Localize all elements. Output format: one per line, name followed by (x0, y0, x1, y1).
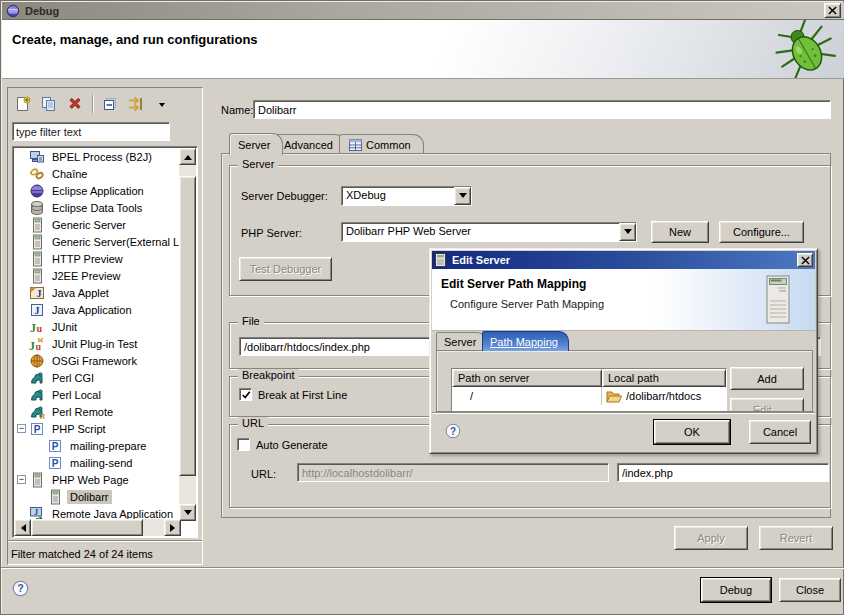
tree-item-label: PHP Web Page (49, 473, 132, 487)
arrow-right-icon (170, 524, 179, 532)
tree-item-php-web-page[interactable]: −PHP Web Page (14, 471, 181, 488)
revert-button[interactable]: Revert (759, 526, 833, 550)
tab-server[interactable]: Server (229, 133, 283, 155)
filter-button[interactable] (125, 93, 147, 115)
dialog-titlebar[interactable]: Edit Server (432, 251, 815, 269)
duplicate-button[interactable] (38, 93, 60, 115)
dialog-heading: Edit Server Path Mapping (441, 277, 586, 291)
menu-dropdown-button[interactable] (151, 93, 173, 115)
tree-item-perl-local[interactable]: Perl Local (14, 386, 181, 403)
column-header-local-path[interactable]: Local path (602, 369, 726, 387)
filter-icon (128, 96, 144, 112)
php-server-combo[interactable]: Dolibarr PHP Web Server (341, 222, 637, 242)
horizontal-scroll-thumb[interactable] (31, 519, 143, 536)
tree-item-bpel-process-b2j[interactable]: BPEL Process (B2J) (14, 148, 181, 165)
eclipse-application-icon (29, 183, 45, 199)
server-icon (29, 234, 45, 250)
tree-item-mailing-prepare[interactable]: Pmailing-prepare (14, 437, 181, 454)
help-button[interactable]: ? (11, 580, 29, 598)
dialog-subheading: Configure Server Path Mapping (450, 298, 604, 310)
tree-item-junit-plug-in-test[interactable]: JuJUnit Plug-in Test (14, 335, 181, 352)
junit-icon: Ju (29, 319, 45, 335)
tab-common[interactable]: Common (339, 134, 424, 154)
tree-item-label: Perl CGI (49, 371, 97, 385)
tree-item-generic-server[interactable]: Generic Server (14, 216, 181, 233)
tree-item-java-application[interactable]: JJava Application (14, 301, 181, 318)
window-close-button[interactable] (824, 3, 841, 18)
scroll-left-button[interactable] (14, 519, 31, 536)
tree-item-label: Dolibarr (67, 490, 112, 504)
tree-item-http-preview[interactable]: HTTP Preview (14, 250, 181, 267)
vertical-scroll-thumb[interactable] (179, 176, 196, 476)
dialog-tab-server[interactable]: Server (436, 332, 487, 351)
combo-dropdown-button[interactable] (454, 187, 471, 205)
dialog-close-button[interactable] (797, 253, 813, 267)
svg-text:u: u (37, 322, 43, 333)
php-icon: P (47, 455, 63, 471)
dialog-tab-path-mapping[interactable]: Path Mapping (482, 331, 569, 351)
url-path-input[interactable] (617, 463, 829, 482)
combo-dropdown-button[interactable] (619, 223, 636, 241)
break-first-line-checkbox[interactable] (239, 388, 252, 401)
apply-button[interactable]: Apply (674, 526, 748, 550)
ok-button[interactable]: OK (654, 420, 730, 444)
auto-generate-checkbox[interactable] (237, 438, 250, 451)
close-icon (828, 6, 837, 15)
test-debugger-button[interactable]: Test Debugger (239, 257, 332, 281)
new-configuration-button[interactable] (12, 93, 34, 115)
tree-item-perl-cgi[interactable]: Perl CGI (14, 369, 181, 386)
tree-item-junit[interactable]: JuJUnit (14, 318, 181, 335)
delete-button[interactable] (64, 93, 86, 115)
tree-item-php-script[interactable]: −PPHP Script (14, 420, 181, 437)
php-icon: P (29, 421, 45, 437)
tree-item-java-applet[interactable]: JJava Applet (14, 284, 181, 301)
cancel-button[interactable]: Cancel (749, 420, 811, 444)
column-header-path-on-server[interactable]: Path on server (452, 369, 602, 387)
tree-item-mailing-send[interactable]: Pmailing-send (14, 454, 181, 471)
window-titlebar[interactable]: Debug (2, 2, 844, 20)
dialog-help-button[interactable]: ? (444, 423, 462, 441)
filter-input[interactable] (12, 122, 170, 141)
edit-mapping-button[interactable]: Edit... (730, 398, 804, 412)
tree-item-eclipse-application[interactable]: Eclipse Application (14, 182, 181, 199)
debug-button[interactable]: Debug (701, 578, 771, 602)
scroll-down-button[interactable] (179, 504, 196, 521)
tree-item-osgi-framework[interactable]: OSGi Framework (14, 352, 181, 369)
svg-text:J: J (37, 288, 42, 299)
tree-item-label: J2EE Preview (49, 269, 123, 283)
tree-item-j2ee-preview[interactable]: J2EE Preview (14, 267, 181, 284)
duplicate-icon (41, 96, 57, 112)
new-server-button[interactable]: New (651, 221, 709, 243)
chevron-down-icon (459, 193, 467, 202)
collapse-all-button[interactable] (99, 93, 121, 115)
tree-vertical-scrollbar[interactable] (179, 148, 196, 521)
tree-item-cha-ne[interactable]: Chaîne (14, 165, 181, 182)
banner-heading: Create, manage, and run configurations (12, 32, 258, 47)
tree-item-eclipse-data-tools[interactable]: Eclipse Data Tools (14, 199, 181, 216)
break-first-line-row: Break at First Line (239, 388, 347, 401)
tree-item-label: Generic Server (49, 218, 129, 232)
tree-item-dolibarr[interactable]: Dolibarr (14, 488, 181, 505)
tree-item-label: OSGi Framework (49, 354, 140, 368)
tab-advanced[interactable]: Advanced (275, 134, 346, 154)
tree-expander-icon[interactable]: − (17, 424, 26, 433)
scroll-up-button[interactable] (179, 148, 196, 165)
arrow-up-icon (184, 151, 192, 160)
table-row[interactable]: / /dolibarr/htdocs (452, 387, 726, 405)
svg-text:J: J (34, 507, 38, 516)
name-input[interactable] (253, 100, 831, 119)
check-icon (241, 390, 251, 400)
server-debugger-combo[interactable]: XDebug (341, 186, 472, 206)
tree-expander-icon[interactable]: − (17, 475, 26, 484)
close-button[interactable]: Close (779, 578, 841, 602)
tree-item-perl-remote[interactable]: RPerl Remote (14, 403, 181, 420)
tree-item-generic-server-external-la[interactable]: Generic Server(External La (14, 233, 181, 250)
url-label: URL: (251, 468, 276, 480)
add-mapping-button[interactable]: Add (730, 367, 804, 390)
footer-separator (1, 567, 844, 569)
perl-camel-icon (29, 387, 45, 403)
tree-horizontal-scrollbar[interactable] (14, 519, 181, 536)
configure-server-button[interactable]: Configure... (719, 221, 804, 243)
chain-icon (29, 166, 45, 182)
scroll-right-button[interactable] (164, 519, 181, 536)
